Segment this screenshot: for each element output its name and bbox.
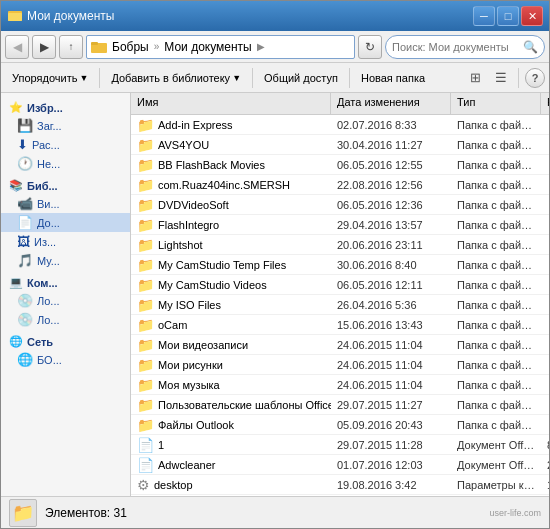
file-type-cell: Папка с файлами xyxy=(451,357,541,373)
file-type-cell: Параметры конф... xyxy=(451,477,541,493)
file-size-cell xyxy=(541,323,549,327)
file-size-cell xyxy=(541,223,549,227)
path-root[interactable]: Бобры xyxy=(109,39,152,55)
col-header-size[interactable]: Размер xyxy=(541,93,549,114)
table-row[interactable]: 📁 oCam 15.06.2016 13:43 Папка с файлами xyxy=(131,315,549,335)
sidebar-icon-2: 🕐 xyxy=(17,156,33,171)
sidebar-item-1[interactable]: ⬇ Рас... xyxy=(1,135,130,154)
table-row[interactable]: 📁 Пользовательские шаблоны Office 29.07.… xyxy=(131,395,549,415)
add-to-library-button[interactable]: Добавить в библиотеку ▼ xyxy=(104,66,248,90)
minimize-button[interactable]: ─ xyxy=(473,6,495,26)
table-row[interactable]: 📁 DVDVideoSoft 06.05.2016 12:36 Папка с … xyxy=(131,195,549,215)
file-name: Моя музыка xyxy=(158,379,220,391)
sidebar-item-images[interactable]: 🖼 Из... xyxy=(1,232,130,251)
file-type-cell: Папка с файлами xyxy=(451,417,541,433)
file-name-cell: 📄 Adwcleaner xyxy=(131,455,331,475)
watermark: user-life.com xyxy=(489,508,541,518)
file-icon: 📁 xyxy=(137,137,154,153)
file-name-cell: 📁 My CamStudio Videos xyxy=(131,275,331,295)
file-size-cell xyxy=(541,143,549,147)
forward-button[interactable]: ▶ xyxy=(32,35,56,59)
help-button[interactable]: ? xyxy=(525,68,545,88)
file-name-cell: 📁 My CamStudio Temp Files xyxy=(131,255,331,275)
file-size-cell xyxy=(541,383,549,387)
sidebar-item-docs[interactable]: 📄 До... xyxy=(1,213,130,232)
table-row[interactable]: 📁 Lightshot 20.06.2016 23:11 Папка с фай… xyxy=(131,235,549,255)
view-list-button[interactable]: ☰ xyxy=(490,67,512,89)
table-row[interactable]: 📁 AVS4YOU 30.04.2016 11:27 Папка с файла… xyxy=(131,135,549,155)
file-name: Lightshot xyxy=(158,239,203,251)
file-type-cell: Папка с файлами xyxy=(451,177,541,193)
file-icon: 📁 xyxy=(137,397,154,413)
file-type-cell: Папка с файлами xyxy=(451,337,541,353)
toolbar-separator-3 xyxy=(349,68,350,88)
close-button[interactable]: ✕ xyxy=(521,6,543,26)
table-row[interactable]: 📁 Моя музыка 24.06.2015 11:04 Папка с фа… xyxy=(131,375,549,395)
file-icon: 📄 xyxy=(137,457,154,473)
sidebar-item-local1[interactable]: 💿 Ло... xyxy=(1,291,130,310)
organize-button[interactable]: Упорядочить ▼ xyxy=(5,66,95,90)
search-box[interactable]: 🔍 xyxy=(385,35,545,59)
file-type-cell: Папка с файлами xyxy=(451,297,541,313)
sidebar-item-2[interactable]: 🕐 Не... xyxy=(1,154,130,173)
table-row[interactable]: 📁 Мои рисунки 24.06.2015 11:04 Папка с ф… xyxy=(131,355,549,375)
view-menu-button[interactable]: ⊞ xyxy=(464,67,486,89)
sidebar-header-favorites[interactable]: ⭐ Избр... xyxy=(1,97,130,116)
sidebar-icon-local2: 💿 xyxy=(17,312,33,327)
file-icon: 📁 xyxy=(137,317,154,333)
file-type-cell: Документ Office ... xyxy=(451,457,541,473)
path-current[interactable]: Мои документы xyxy=(161,39,254,55)
status-icon: 📁 xyxy=(9,499,37,527)
table-row[interactable]: 📁 My CamStudio Temp Files 30.06.2016 8:4… xyxy=(131,255,549,275)
table-row[interactable]: 📁 My ISO Files 26.04.2016 5:36 Папка с ф… xyxy=(131,295,549,315)
back-button[interactable]: ◀ xyxy=(5,35,29,59)
file-date-cell: 20.06.2016 23:11 xyxy=(331,237,451,253)
table-row[interactable]: 📄 Adwcleaner 01.07.2016 12:03 Документ O… xyxy=(131,455,549,475)
file-size-cell: 2 К xyxy=(541,457,549,473)
maximize-button[interactable]: □ xyxy=(497,6,519,26)
sidebar-item-network1[interactable]: 🌐 БО... xyxy=(1,350,130,369)
table-row[interactable]: 📁 com.Ruaz404inc.SMERSH 22.08.2016 12:56… xyxy=(131,175,549,195)
file-list: 📁 Add-in Express 02.07.2016 8:33 Папка с… xyxy=(131,115,549,496)
col-header-type[interactable]: Тип xyxy=(451,93,541,114)
sidebar-header-library[interactable]: 📚 Биб... xyxy=(1,175,130,194)
file-size-cell xyxy=(541,183,549,187)
table-row[interactable]: 📁 FlashIntegro 29.04.2016 13:57 Папка с … xyxy=(131,215,549,235)
file-size-cell xyxy=(541,163,549,167)
sidebar-header-computer[interactable]: 💻 Ком... xyxy=(1,272,130,291)
refresh-button[interactable]: ↻ xyxy=(358,35,382,59)
file-date-cell: 05.09.2016 20:43 xyxy=(331,417,451,433)
search-input[interactable] xyxy=(392,41,519,53)
up-button[interactable]: ↑ xyxy=(59,35,83,59)
file-name: oCam xyxy=(158,319,187,331)
file-name: My CamStudio Temp Files xyxy=(158,259,286,271)
file-icon: 📁 xyxy=(137,297,154,313)
file-name: DVDVideoSoft xyxy=(158,199,229,211)
sidebar-section-network: 🌐 Сеть 🌐 БО... xyxy=(1,331,130,369)
table-row[interactable]: 📁 Мои видеозаписи 24.06.2015 11:04 Папка… xyxy=(131,335,549,355)
sidebar-item-video[interactable]: 📹 Ви... xyxy=(1,194,130,213)
table-row[interactable]: ⚙ desktop 19.08.2016 3:42 Параметры конф… xyxy=(131,475,549,495)
table-row[interactable]: 📄 1 29.07.2015 11:28 Документ Office ...… xyxy=(131,435,549,455)
address-path[interactable]: Бобры » Мои документы ▶ xyxy=(86,35,355,59)
col-header-date[interactable]: Дата изменения xyxy=(331,93,451,114)
svg-rect-3 xyxy=(91,42,98,45)
table-row[interactable]: 📁 BB FlashBack Movies 06.05.2016 12:55 П… xyxy=(131,155,549,175)
status-bar: 📁 Элементов: 31 user-life.com xyxy=(1,496,549,528)
table-row[interactable]: 📁 Add-in Express 02.07.2016 8:33 Папка с… xyxy=(131,115,549,135)
file-name-cell: 📁 FlashIntegro xyxy=(131,215,331,235)
toolbar-separator-2 xyxy=(252,68,253,88)
sidebar-item-music[interactable]: 🎵 Му... xyxy=(1,251,130,270)
sidebar-header-network[interactable]: 🌐 Сеть xyxy=(1,331,130,350)
sidebar: ⭐ Избр... 💾 Заг... ⬇ Рас... 🕐 Не... xyxy=(1,93,131,496)
table-row[interactable]: 📁 Файлы Outlook 05.09.2016 20:43 Папка с… xyxy=(131,415,549,435)
file-name-cell: 📁 My ISO Files xyxy=(131,295,331,315)
sidebar-item-local2[interactable]: 💿 Ло... xyxy=(1,310,130,329)
file-name: My CamStudio Videos xyxy=(158,279,267,291)
col-header-name[interactable]: Имя xyxy=(131,93,331,114)
file-date-cell: 15.06.2016 13:43 xyxy=(331,317,451,333)
new-folder-button[interactable]: Новая папка xyxy=(354,66,432,90)
sidebar-item-0[interactable]: 💾 Заг... xyxy=(1,116,130,135)
share-button[interactable]: Общий доступ xyxy=(257,66,345,90)
table-row[interactable]: 📁 My CamStudio Videos 06.05.2016 12:11 П… xyxy=(131,275,549,295)
